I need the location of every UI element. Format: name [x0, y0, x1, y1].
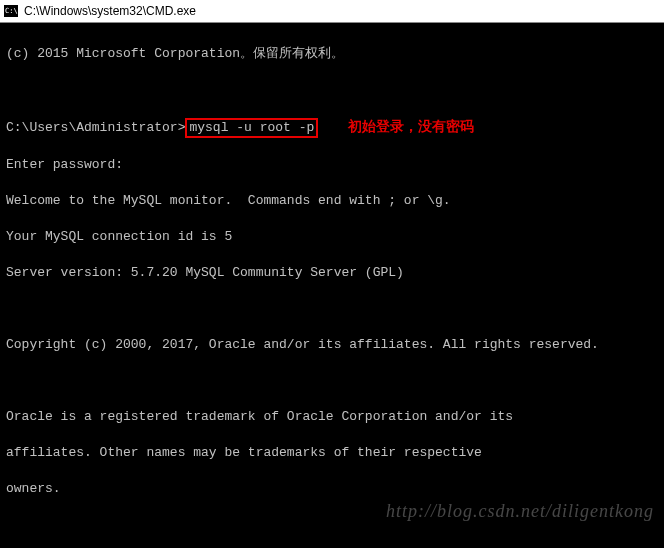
server-version-line: Server version: 5.7.20 MySQL Community S… — [6, 264, 658, 282]
enter-password-line: Enter password: — [6, 156, 658, 174]
window-title: C:\Windows\system32\CMD.exe — [24, 0, 196, 22]
watermark-text: http://blog.csdn.net/diligentkong — [386, 502, 654, 520]
trademark-line-2: affiliates. Other names may be trademark… — [6, 444, 658, 462]
terminal-output[interactable]: (c) 2015 Microsoft Corporation。保留所有权利。 C… — [0, 23, 664, 548]
oracle-copyright-line: Copyright (c) 2000, 2017, Oracle and/or … — [6, 336, 658, 354]
window-titlebar[interactable]: C:\Windows\system32\CMD.exe — [0, 0, 664, 23]
annotation-login: 初始登录，没有密码 — [348, 117, 474, 135]
trademark-line-3: owners. — [6, 480, 658, 498]
blank — [6, 300, 658, 318]
blank — [6, 81, 658, 99]
blank — [6, 372, 658, 390]
highlighted-command-login: mysql -u root -p — [185, 118, 318, 138]
trademark-line-1: Oracle is a registered trademark of Orac… — [6, 408, 658, 426]
copyright-line: (c) 2015 Microsoft Corporation。保留所有权利。 — [6, 45, 658, 63]
welcome-line: Welcome to the MySQL monitor. Commands e… — [6, 192, 658, 210]
shell-prompt: C:\Users\Administrator> — [6, 120, 185, 135]
connection-id-line: Your MySQL connection id is 5 — [6, 228, 658, 246]
cmd-icon — [4, 5, 18, 17]
